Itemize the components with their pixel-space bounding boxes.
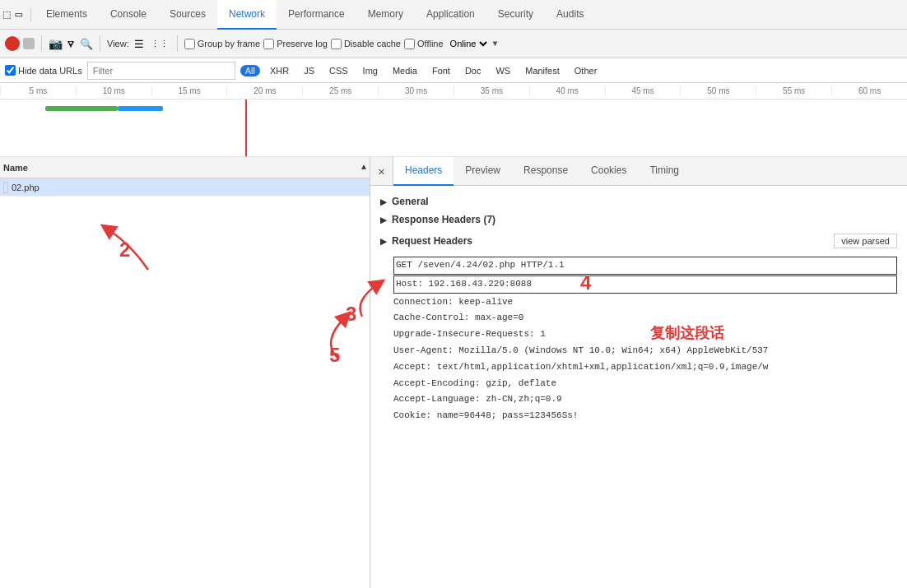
type-css-button[interactable]: CSS	[324, 65, 353, 76]
view-list-button[interactable]: ☰	[133, 38, 146, 50]
camera-button[interactable]: 📷	[49, 37, 63, 50]
type-all-button[interactable]: All	[240, 65, 260, 76]
tick-30ms: 30 ms	[378, 86, 454, 95]
tick-20ms: 20 ms	[226, 86, 302, 95]
response-headers-section-header[interactable]: ▶ Response Headers (7)	[380, 211, 897, 229]
type-doc-button[interactable]: Doc	[460, 65, 486, 76]
hide-data-urls-checkbox[interactable]	[5, 65, 16, 76]
accept-line: Accept: text/html,application/xhtml+xml,…	[393, 359, 897, 376]
devtools-window: ⬚ ▭ Elements Console Sources Network Per…	[0, 0, 907, 588]
network-list: 02.php	[0, 178, 370, 588]
preserve-log-checkbox[interactable]	[263, 39, 274, 49]
hide-data-urls-label[interactable]: Hide data URLs	[5, 65, 82, 76]
type-other-button[interactable]: Other	[570, 65, 602, 76]
timeline-bars	[0, 100, 907, 156]
accept-encoding-line: Accept-Encoding: gzip, deflate	[393, 376, 897, 392]
sep2	[100, 35, 100, 52]
disable-cache-checkbox[interactable]	[331, 39, 342, 49]
tab-sources[interactable]: Sources	[158, 0, 217, 30]
timeline-ruler: 5 ms 10 ms 15 ms 20 ms 25 ms 30 ms 35 ms…	[0, 83, 907, 100]
tick-55ms: 55 ms	[756, 86, 831, 95]
tab-cookies[interactable]: Cookies	[579, 157, 638, 186]
tab-headers[interactable]: Headers	[393, 157, 454, 186]
accept-language-line: Accept-Language: zh-CN,zh;q=0.9	[393, 391, 897, 408]
type-font-button[interactable]: Font	[427, 65, 455, 76]
network-row[interactable]: 02.php	[0, 178, 370, 197]
tick-25ms: 25 ms	[302, 86, 378, 95]
right-panel: ✕ Headers Preview Response Cookies Timin…	[370, 157, 907, 588]
response-headers-label: Response Headers (7)	[392, 214, 495, 225]
filter-input[interactable]	[87, 62, 235, 80]
tick-45ms: 45 ms	[605, 86, 681, 95]
disable-cache-label[interactable]: Disable cache	[331, 39, 401, 49]
user-agent-line: User-Agent: Mozilla/5.0 (Windows NT 10.0…	[393, 343, 897, 359]
tab-security[interactable]: Security	[486, 0, 545, 30]
tab-audits[interactable]: Audits	[545, 0, 595, 30]
sep3	[177, 35, 178, 52]
tab-timing[interactable]: Timing	[638, 157, 691, 186]
response-triangle: ▶	[380, 215, 387, 225]
request-headers-section-header[interactable]: ▶ Request Headers	[380, 232, 472, 250]
row-name: 02.php	[12, 183, 40, 192]
close-button[interactable]: ✕	[370, 157, 393, 186]
tick-5ms: 5 ms	[0, 86, 76, 95]
upgrade-line: Upgrade-Insecure-Requests: 1	[393, 326, 897, 343]
name-column-header: Name	[3, 163, 361, 173]
type-img-button[interactable]: Img	[358, 65, 383, 76]
record-button[interactable]	[5, 36, 20, 51]
blue-bar	[118, 106, 163, 111]
preserve-log-label[interactable]: Preserve log	[263, 39, 328, 49]
devtools-icons: ⬚ ▭	[3, 7, 31, 21]
filter-bar: Hide data URLs All XHR JS CSS Img Media …	[0, 58, 907, 83]
offline-label[interactable]: Offline	[404, 39, 444, 49]
tab-elements[interactable]: Elements	[35, 0, 99, 30]
tick-15ms: 15 ms	[151, 86, 227, 95]
tick-50ms: 50 ms	[680, 86, 756, 95]
red-vertical-line	[245, 100, 247, 156]
tab-network[interactable]: Network	[217, 0, 277, 30]
general-triangle: ▶	[380, 197, 387, 206]
cache-control-line: Cache-Control: max-age=0	[393, 310, 897, 326]
device-icon[interactable]: ▭	[15, 7, 21, 21]
tab-memory[interactable]: Memory	[356, 0, 415, 30]
sep1	[41, 35, 42, 52]
tab-performance[interactable]: Performance	[277, 0, 356, 30]
inspect-icon[interactable]: ⬚	[3, 7, 10, 21]
cookie-line: Cookie: name=96448; pass=123456Ss!	[393, 408, 897, 424]
view-grid-button[interactable]: ⋮⋮	[149, 39, 170, 49]
type-ws-button[interactable]: WS	[491, 65, 515, 76]
type-js-button[interactable]: JS	[299, 65, 319, 76]
request-line: GET /seven/4.24/02.php HTTP/1.1	[393, 257, 897, 275]
tick-10ms: 10 ms	[76, 86, 151, 95]
host-line: Host: 192.168.43.229:8088	[393, 275, 897, 294]
top-tab-bar: ⬚ ▭ Elements Console Sources Network Per…	[0, 0, 907, 30]
tab-preview[interactable]: Preview	[454, 157, 512, 186]
request-triangle: ▶	[380, 237, 387, 246]
filter-button[interactable]: ⛛	[66, 38, 77, 50]
tick-60ms: 60 ms	[831, 86, 907, 95]
left-panel: Name ▲ 02.php	[0, 157, 370, 588]
search-button[interactable]: 🔍	[80, 38, 93, 50]
detail-tab-bar: ✕ Headers Preview Response Cookies Timin…	[370, 157, 907, 186]
type-media-button[interactable]: Media	[388, 65, 422, 76]
general-label: General	[392, 196, 429, 207]
stop-button[interactable]	[23, 38, 35, 49]
list-header: Name ▲	[0, 157, 370, 178]
throttle-select[interactable]: Online	[447, 38, 490, 49]
type-manifest-button[interactable]: Manifest	[520, 65, 565, 76]
timeline-area: 5 ms 10 ms 15 ms 20 ms 25 ms 30 ms 35 ms…	[0, 83, 907, 157]
group-by-frame-checkbox[interactable]	[184, 39, 195, 49]
general-section-header[interactable]: ▶ General	[380, 192, 897, 211]
tab-application[interactable]: Application	[415, 0, 486, 30]
tab-console[interactable]: Console	[99, 0, 158, 30]
tab-response[interactable]: Response	[512, 157, 579, 186]
detail-content: ▶ General ▶ Response Headers (7) ▶ Reque…	[370, 186, 907, 588]
tick-35ms: 35 ms	[454, 86, 529, 95]
sort-icon[interactable]: ▲	[361, 163, 366, 172]
throttle-arrow: ▼	[493, 39, 498, 49]
offline-checkbox[interactable]	[404, 39, 415, 49]
type-xhr-button[interactable]: XHR	[265, 65, 294, 76]
view-parsed-button[interactable]: view parsed	[834, 234, 897, 248]
group-by-frame-label[interactable]: Group by frame	[184, 39, 260, 49]
header-lines: GET /seven/4.24/02.php HTTP/1.1 Host: 19…	[380, 253, 897, 428]
